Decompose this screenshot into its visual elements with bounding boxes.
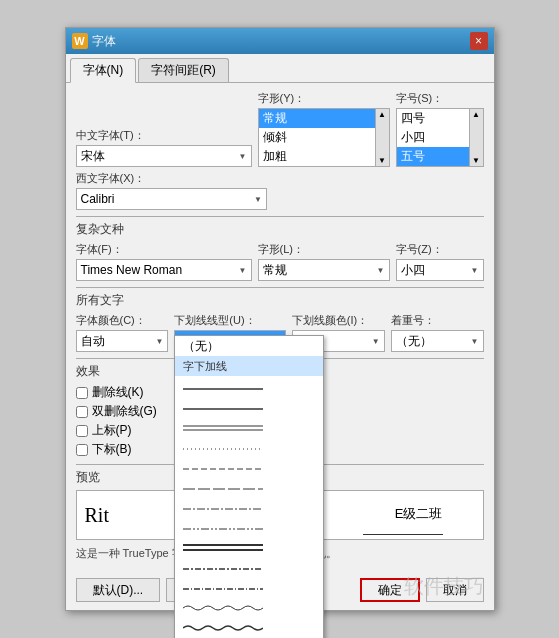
style-scroll-down[interactable]: ▼ bbox=[378, 156, 386, 165]
complex-style-label: 字形(L)： bbox=[258, 242, 390, 257]
complex-style-group: 字形(L)： 常规 ▼ bbox=[258, 242, 390, 281]
ul-wave1[interactable] bbox=[175, 596, 323, 616]
ul-single-1[interactable] bbox=[175, 376, 323, 396]
font-size-group: 字号(S)： 四号 小四 五号 ▲ ▼ bbox=[396, 91, 484, 167]
font-style-listbox-wrapper: 常规 倾斜 加粗 ▲ ▼ bbox=[258, 108, 390, 167]
effect-superscript: 上标(P) bbox=[76, 422, 157, 439]
western-font-select[interactable]: Calibri ▼ bbox=[76, 188, 267, 210]
size-option-4[interactable]: 四号 bbox=[397, 109, 469, 128]
complex-font-arrow: ▼ bbox=[239, 266, 247, 275]
size-scroll-up[interactable]: ▲ bbox=[472, 110, 480, 119]
font-style-list[interactable]: 常规 倾斜 加粗 bbox=[259, 109, 375, 166]
dialog-title: 字体 bbox=[92, 33, 116, 50]
ul-dashdotdot[interactable] bbox=[175, 516, 323, 536]
style-option-bold[interactable]: 加粗 bbox=[259, 147, 375, 166]
all-text-label: 所有文字 bbox=[76, 292, 484, 309]
font-size-listbox-wrapper: 四号 小四 五号 ▲ ▼ bbox=[396, 108, 484, 167]
ul-words[interactable]: 字下加线 bbox=[175, 356, 323, 376]
size-scroll-down[interactable]: ▼ bbox=[472, 156, 480, 165]
ok-button[interactable]: 确定 bbox=[360, 578, 420, 602]
font-color-label: 字体颜色(C)： bbox=[76, 313, 169, 328]
complex-size-select[interactable]: 小四 ▼ bbox=[396, 259, 484, 281]
underline-color-label: 下划线颜色(I)： bbox=[292, 313, 385, 328]
tab-font[interactable]: 字体(N) bbox=[70, 58, 137, 83]
effect-strikethrough-checkbox[interactable] bbox=[76, 387, 88, 399]
emphasis-arrow: ▼ bbox=[471, 337, 479, 346]
chinese-font-arrow: ▼ bbox=[239, 152, 247, 161]
font-color-select[interactable]: 自动 ▼ bbox=[76, 330, 169, 352]
ul-single-3[interactable] bbox=[175, 416, 323, 436]
effect-double-strikethrough: 双删除线(G) bbox=[76, 403, 157, 420]
ul-dashdot2[interactable] bbox=[175, 556, 323, 576]
western-font-arrow: ▼ bbox=[254, 195, 262, 204]
ul-longdash[interactable] bbox=[175, 476, 323, 496]
emphasis-group: 着重号： （无） ▼ bbox=[391, 313, 484, 352]
size-option-5[interactable]: 五号 bbox=[397, 147, 469, 166]
chinese-font-label: 中文字体(T)： bbox=[76, 128, 252, 143]
title-bar: W 字体 × bbox=[66, 28, 494, 54]
ul-wave2[interactable] bbox=[175, 616, 323, 636]
size-scrollbar[interactable]: ▲ ▼ bbox=[469, 109, 483, 166]
preview-line2 bbox=[363, 534, 443, 535]
size-option-small4[interactable]: 小四 bbox=[397, 128, 469, 147]
complex-style-select[interactable]: 常规 ▼ bbox=[258, 259, 390, 281]
font-style-label: 字形(Y)： bbox=[258, 91, 390, 106]
app-icon: W bbox=[72, 33, 88, 49]
preview-text: Rit bbox=[85, 504, 109, 527]
ul-none[interactable]: （无） bbox=[175, 336, 323, 356]
font-size-list[interactable]: 四号 小四 五号 bbox=[397, 109, 469, 166]
close-button[interactable]: × bbox=[470, 32, 488, 50]
chinese-font-select[interactable]: 宋体 ▼ bbox=[76, 145, 252, 167]
font-row-1: 中文字体(T)： 宋体 ▼ 字形(Y)： 常规 倾斜 加粗 ▲ ▼ bbox=[76, 91, 484, 167]
style-option-regular[interactable]: 常规 bbox=[259, 109, 375, 128]
ul-single-2[interactable] bbox=[175, 396, 323, 416]
complex-font-label: 字体(F)： bbox=[76, 242, 252, 257]
ul-heavydash[interactable] bbox=[175, 576, 323, 596]
tab-bar: 字体(N) 字符间距(R) bbox=[66, 54, 494, 83]
font-color-group: 字体颜色(C)： 自动 ▼ bbox=[76, 313, 169, 352]
complex-size-label: 字号(Z)： bbox=[396, 242, 484, 257]
effect-subscript-label: 下标(B) bbox=[92, 441, 132, 458]
font-size-label: 字号(S)： bbox=[396, 91, 484, 106]
emphasis-select[interactable]: （无） ▼ bbox=[391, 330, 484, 352]
complex-style-arrow: ▼ bbox=[377, 266, 385, 275]
font-dialog: W 字体 × 字体(N) 字符间距(R) 中文字体(T)： 宋体 ▼ 字形(Y)… bbox=[65, 27, 495, 611]
ul-dashdot[interactable] bbox=[175, 496, 323, 516]
effect-subscript: 下标(B) bbox=[76, 441, 157, 458]
underline-color-arrow: ▼ bbox=[372, 337, 380, 346]
complex-font-select[interactable]: Times New Roman ▼ bbox=[76, 259, 252, 281]
western-font-label: 西文字体(X)： bbox=[76, 171, 267, 186]
font-row-2: 西文字体(X)： Calibri ▼ bbox=[76, 171, 484, 210]
chinese-font-group: 中文字体(T)： 宋体 ▼ bbox=[76, 128, 252, 167]
ul-double[interactable] bbox=[175, 536, 323, 556]
cancel-button[interactable]: 取消 bbox=[426, 578, 484, 602]
font-style-group: 字形(Y)： 常规 倾斜 加粗 ▲ ▼ bbox=[258, 91, 390, 167]
title-bar-left: W 字体 bbox=[72, 33, 116, 50]
tab-character-spacing[interactable]: 字符间距(R) bbox=[138, 58, 229, 82]
western-font-group: 西文字体(X)： Calibri ▼ bbox=[76, 171, 267, 210]
preview-line1: E级二班 bbox=[395, 505, 443, 523]
underline-dropdown[interactable]: （无） 字下加线 bbox=[174, 335, 324, 638]
effect-superscript-label: 上标(P) bbox=[92, 422, 132, 439]
effects-left: 删除线(K) 双删除线(G) 上标(P) 下标(B) bbox=[76, 384, 157, 458]
complex-font-row: 字体(F)： Times New Roman ▼ 字形(L)： 常规 ▼ 字号(… bbox=[76, 242, 484, 281]
complex-font-name-group: 字体(F)： Times New Roman ▼ bbox=[76, 242, 252, 281]
style-scrollbar[interactable]: ▲ ▼ bbox=[375, 109, 389, 166]
ul-dashed[interactable] bbox=[175, 456, 323, 476]
font-color-arrow: ▼ bbox=[155, 337, 163, 346]
effect-double-strikethrough-checkbox[interactable] bbox=[76, 406, 88, 418]
style-option-italic[interactable]: 倾斜 bbox=[259, 128, 375, 147]
underline-type-label: 下划线线型(U)： bbox=[174, 313, 285, 328]
complex-font-section-label: 复杂文种 bbox=[76, 221, 484, 238]
dialog-body: 中文字体(T)： 宋体 ▼ 字形(Y)： 常规 倾斜 加粗 ▲ ▼ bbox=[66, 83, 494, 572]
all-text-row: 字体颜色(C)： 自动 ▼ 下划线线型(U)： ▼ （无） 字下 bbox=[76, 313, 484, 352]
ul-dotted[interactable] bbox=[175, 436, 323, 456]
default-button[interactable]: 默认(D)... bbox=[76, 578, 161, 602]
complex-size-group: 字号(Z)： 小四 ▼ bbox=[396, 242, 484, 281]
style-scroll-up[interactable]: ▲ bbox=[378, 110, 386, 119]
emphasis-label: 着重号： bbox=[391, 313, 484, 328]
effect-superscript-checkbox[interactable] bbox=[76, 425, 88, 437]
complex-size-arrow: ▼ bbox=[471, 266, 479, 275]
effect-subscript-checkbox[interactable] bbox=[76, 444, 88, 456]
effect-double-strikethrough-label: 双删除线(G) bbox=[92, 403, 157, 420]
